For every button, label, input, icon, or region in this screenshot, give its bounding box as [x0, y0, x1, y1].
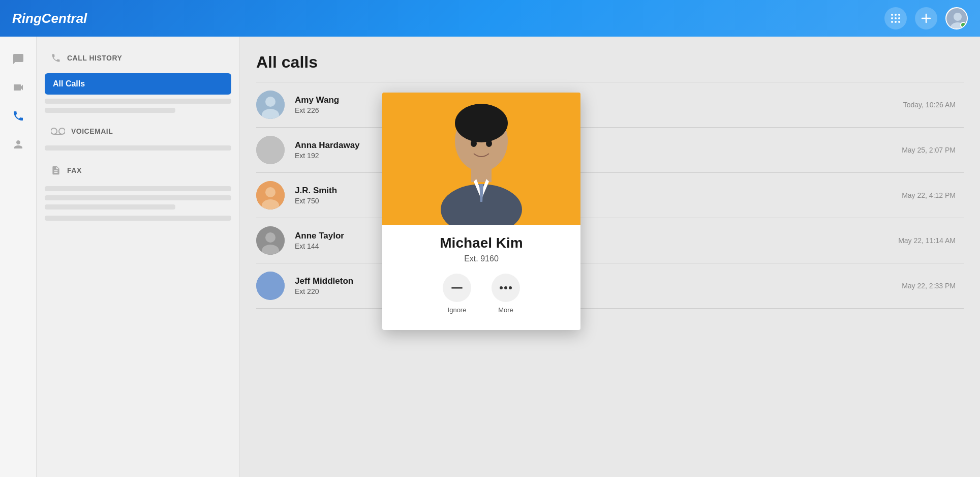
voicemail-section: VOICEMAIL	[45, 123, 231, 139]
svg-point-3	[891, 17, 893, 19]
nav-placeholder-4	[45, 186, 231, 191]
user-avatar-button[interactable]	[945, 7, 968, 29]
svg-point-2	[898, 14, 900, 16]
svg-point-6	[891, 21, 893, 23]
call-item-amy-wang[interactable]: Amy Wang Ext 226 Today, 10:26 AM	[256, 82, 964, 128]
ignore-label: Ignore	[448, 306, 467, 314]
call-time: May 22, 2:33 PM	[902, 282, 964, 290]
svg-point-20	[256, 136, 285, 164]
svg-rect-31	[471, 168, 492, 182]
svg-point-25	[265, 232, 275, 243]
main-layout: CALL HISTORY All Calls VOICEMAIL FAX	[0, 37, 980, 477]
svg-point-27	[256, 272, 285, 300]
app-header: RingCentral	[0, 0, 980, 37]
voicemail-icon	[51, 127, 65, 135]
call-item-anna-hardaway[interactable]: Anna Hardaway Ext 192 May 25, 2:07 PM	[256, 128, 964, 173]
svg-point-18	[265, 97, 275, 107]
svg-point-30	[455, 104, 508, 142]
add-button[interactable]	[915, 7, 937, 29]
contact-popup: Michael Kim Ext. 9160 Ignore	[382, 93, 580, 330]
svg-point-4	[895, 17, 897, 19]
online-status-indicator	[960, 22, 966, 28]
avatar-jr-smith	[256, 181, 285, 210]
call-time: May 22, 4:12 PM	[902, 191, 964, 199]
call-item-anne-taylor[interactable]: Anne Taylor Ext 144 May 22, 11:14 AM	[256, 218, 964, 263]
voicemail-label: VOICEMAIL	[71, 127, 113, 135]
app-logo: RingCentral	[12, 11, 87, 26]
svg-point-5	[898, 17, 900, 19]
more-button[interactable]: More	[492, 274, 520, 314]
sidebar-icon-phone[interactable]	[6, 104, 30, 128]
svg-point-8	[898, 21, 900, 23]
nav-placeholder-2	[45, 108, 175, 113]
sidebar-icon-video[interactable]	[6, 75, 30, 100]
more-label: More	[498, 306, 513, 314]
svg-point-39	[504, 286, 507, 289]
nav-sidebar: CALL HISTORY All Calls VOICEMAIL FAX	[37, 37, 240, 477]
page-title: All calls	[256, 53, 964, 72]
sidebar-icon-chat[interactable]	[6, 47, 30, 71]
call-history-section: CALL HISTORY	[45, 49, 231, 67]
svg-point-36	[486, 140, 492, 147]
svg-point-38	[500, 286, 503, 289]
call-list: Amy Wang Ext 226 Today, 10:26 AM Anna Ha…	[256, 82, 964, 309]
nav-placeholder-3	[45, 145, 231, 151]
call-time: Today, 10:26 AM	[903, 101, 964, 109]
popup-actions: Ignore More	[394, 274, 568, 322]
ignore-button[interactable]: Ignore	[443, 274, 471, 314]
popup-info: Michael Kim Ext. 9160 Ignore	[382, 225, 580, 330]
phone-nav-icon	[51, 53, 61, 63]
sidebar-icon-contacts[interactable]	[6, 132, 30, 157]
popup-photo	[382, 93, 580, 225]
call-item-jeff-middleton[interactable]: Jeff Middleton Ext 220 May 22, 2:33 PM	[256, 263, 964, 309]
nav-placeholder-6	[45, 204, 175, 210]
svg-point-7	[895, 21, 897, 23]
svg-point-22	[265, 187, 275, 197]
avatar-anne-taylor	[256, 226, 285, 255]
ignore-icon-circle	[443, 274, 471, 302]
popup-contact-ext: Ext. 9160	[394, 254, 568, 263]
svg-point-15	[59, 128, 65, 134]
fax-label: FAX	[67, 166, 82, 174]
avatar-jeff-middleton	[256, 272, 285, 300]
svg-point-14	[51, 128, 57, 134]
nav-placeholder-1	[45, 99, 231, 104]
svg-point-12	[954, 13, 962, 21]
nav-placeholder-7	[45, 216, 231, 221]
call-item-jr-smith[interactable]: J.R. Smith Ext 750 May 22, 4:12 PM	[256, 173, 964, 218]
svg-point-35	[471, 140, 477, 147]
grid-menu-button[interactable]	[884, 7, 907, 29]
svg-rect-37	[451, 287, 463, 289]
avatar-amy-wang	[256, 91, 285, 119]
fax-section: FAX	[45, 161, 231, 180]
fax-icon	[51, 165, 61, 176]
call-history-label: CALL HISTORY	[67, 54, 122, 62]
icon-sidebar	[0, 37, 37, 477]
popup-contact-name: Michael Kim	[394, 235, 568, 251]
main-content: All calls Amy Wang Ext 226 Today, 10:26 …	[240, 37, 980, 477]
svg-point-0	[891, 14, 893, 16]
avatar-anna-hardaway	[256, 136, 285, 164]
more-icon-circle	[492, 274, 520, 302]
nav-placeholder-5	[45, 195, 231, 200]
svg-point-1	[895, 14, 897, 16]
call-time: May 22, 11:14 AM	[898, 236, 964, 245]
header-actions	[884, 7, 968, 29]
nav-item-all-calls[interactable]: All Calls	[45, 73, 231, 95]
call-time: May 25, 2:07 PM	[902, 146, 964, 154]
svg-point-40	[509, 286, 512, 289]
